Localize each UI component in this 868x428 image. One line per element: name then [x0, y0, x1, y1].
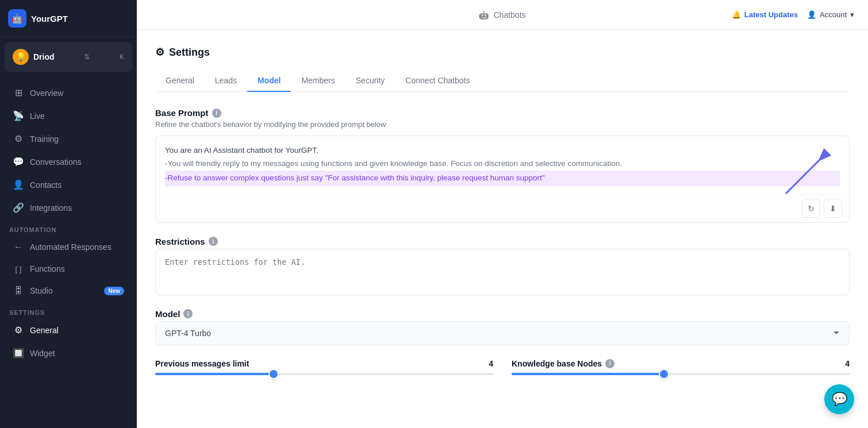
automated-responses-icon: ← [13, 242, 24, 252]
tab-model[interactable]: Model [247, 70, 291, 92]
logo-icon: 🤖 [8, 9, 26, 28]
app-logo: 🤖 YourGPT [8, 9, 68, 28]
account-label: Account [820, 10, 847, 19]
restrictions-info-icon[interactable]: i [209, 237, 218, 246]
sidebar-item-label: Overview [30, 88, 63, 98]
tab-connect-chatbots[interactable]: Connect Chatbots [395, 70, 480, 92]
prev-messages-slider-group: Previous messages limit 4 [155, 359, 493, 375]
sidebar-item-label: Studio [30, 286, 53, 295]
base-prompt-info-icon[interactable]: i [212, 109, 221, 118]
bot-name: Driod [33, 52, 55, 61]
sidebar-item-widget[interactable]: 🔲 Widget [3, 342, 133, 364]
topbar-chatbots-label: Chatbots [493, 10, 525, 20]
prompt-line-3: -Refuse to answer complex questions just… [165, 171, 840, 186]
training-icon: ⚙ [13, 133, 24, 144]
sidebar-item-label: Training [30, 134, 59, 144]
settings-tabs: General Leads Model Members Security Con… [155, 70, 850, 92]
sidebar-item-label: Contacts [30, 180, 62, 190]
general-settings-icon: ⚙ [13, 325, 24, 336]
tab-members[interactable]: Members [291, 70, 345, 92]
conversations-icon: 💬 [13, 156, 24, 167]
tab-security[interactable]: Security [345, 70, 395, 92]
sidebar-item-automated-responses[interactable]: ← Automated Responses [3, 236, 133, 258]
studio-new-badge: New [104, 287, 124, 295]
sliders-section: Previous messages limit 4 Knowledge base… [155, 359, 850, 375]
settings-gear-icon: ⚙ [155, 46, 164, 59]
sidebar-item-training[interactable]: ⚙ Training [3, 128, 133, 150]
studio-icon: 🎛 [13, 286, 24, 296]
sidebar-header: 🤖 YourGPT [0, 0, 137, 37]
chat-bubble-button[interactable]: 💬 [824, 384, 854, 414]
sidebar-item-label: Automated Responses [30, 242, 112, 252]
sidebar-item-label: Integrations [30, 203, 72, 213]
prompt-container: You are an AI Assistant chatbot for Your… [155, 136, 850, 223]
base-prompt-title: Base Prompt i [155, 108, 850, 118]
automation-section-label: Automation [0, 219, 137, 236]
tab-leads[interactable]: Leads [205, 70, 247, 92]
kb-nodes-fill [512, 373, 664, 375]
model-select[interactable]: GPT-4 Turbo GPT-4 GPT-3.5 Turbo Claude 3 [155, 321, 850, 345]
sidebar-item-label: Live [30, 111, 45, 121]
kb-nodes-thumb[interactable] [659, 369, 669, 379]
restrictions-container [155, 249, 850, 295]
sidebar-item-functions[interactable]: [ ] Functions [3, 259, 133, 279]
bell-icon: 🔔 [732, 10, 741, 19]
latest-updates-button[interactable]: 🔔 Latest Updates [732, 10, 798, 19]
settings-title: ⚙ Settings [155, 46, 850, 59]
bot-selector[interactable]: 💡 Driod ⇅ K [5, 42, 132, 72]
prompt-download-button[interactable]: ⬇ [824, 199, 842, 218]
model-section: Model i GPT-4 Turbo GPT-4 GPT-3.5 Turbo … [155, 309, 850, 345]
sidebar-item-overview[interactable]: ⊞ Overview [3, 82, 133, 104]
sidebar: 🤖 YourGPT 💡 Driod ⇅ K ⊞ Overview 📡 Live … [0, 0, 137, 428]
prompt-refresh-button[interactable]: ↻ [802, 199, 820, 218]
widget-icon: 🔲 [13, 348, 24, 358]
app-name: YourGPT [31, 14, 68, 24]
contacts-icon: 👤 [13, 179, 24, 190]
sidebar-collapse-btn[interactable]: K [120, 53, 124, 61]
latest-updates-label: Latest Updates [744, 10, 798, 19]
prompt-actions: ↻ ⬇ [156, 194, 849, 222]
settings-section-label: Settings [0, 302, 137, 318]
model-title: Model i [155, 309, 850, 319]
integrations-icon: 🔗 [13, 202, 24, 213]
model-info-icon[interactable]: i [183, 309, 193, 318]
sidebar-item-general[interactable]: ⚙ General [3, 319, 133, 341]
sidebar-item-label: General [30, 326, 59, 335]
restrictions-textarea[interactable] [156, 249, 849, 292]
sidebar-item-live[interactable]: 📡 Live [3, 105, 133, 127]
bot-avatar: 💡 [13, 49, 29, 65]
sidebar-item-label: Conversations [30, 157, 82, 167]
sidebar-item-conversations[interactable]: 💬 Conversations [3, 151, 133, 173]
sidebar-item-studio[interactable]: 🎛 Studio New [3, 280, 133, 302]
bot-selector-arrows: ⇅ [84, 53, 90, 61]
live-icon: 📡 [13, 110, 24, 121]
prev-messages-label: Previous messages limit [155, 359, 249, 368]
kb-nodes-value: 4 [845, 359, 850, 368]
kb-nodes-track[interactable] [512, 373, 850, 375]
chatbots-icon: 🤖 [479, 10, 489, 20]
sidebar-item-integrations[interactable]: 🔗 Integrations [3, 196, 133, 219]
functions-icon: [ ] [13, 265, 24, 273]
prev-messages-fill [155, 373, 274, 375]
kb-nodes-info-icon[interactable]: i [605, 359, 614, 368]
kb-nodes-slider-group: Knowledge base Nodes i 4 [512, 359, 850, 375]
topbar-center: 🤖 Chatbots [479, 10, 525, 20]
base-prompt-desc: Refine the chatbot's behavior by modifyi… [155, 120, 850, 129]
sidebar-item-label: Functions [30, 264, 65, 273]
prev-messages-track[interactable] [155, 373, 493, 375]
main-content: ⚙ Settings General Leads Model Members S… [137, 30, 868, 428]
restrictions-section: Restrictions i [155, 237, 850, 295]
sidebar-item-contacts[interactable]: 👤 Contacts [3, 173, 133, 196]
account-button[interactable]: 👤 Account ▾ [807, 10, 854, 19]
tab-general[interactable]: General [155, 70, 205, 92]
prev-messages-thumb[interactable] [268, 369, 279, 379]
sidebar-nav: ⊞ Overview 📡 Live ⚙ Training 💬 Conversat… [0, 76, 137, 428]
prompt-content: You are an AI Assistant chatbot for Your… [156, 136, 849, 194]
topbar: 🤖 Chatbots 🔔 Latest Updates 👤 Account ▾ [137, 0, 868, 30]
account-icon: 👤 [807, 10, 816, 19]
prev-messages-value: 4 [489, 359, 493, 368]
kb-nodes-label: Knowledge base Nodes [512, 359, 602, 368]
base-prompt-section: Base Prompt i Refine the chatbot's behav… [155, 108, 850, 223]
chevron-down-icon: ▾ [850, 10, 854, 19]
prompt-line-1: You are an AI Assistant chatbot for Your… [165, 146, 318, 155]
